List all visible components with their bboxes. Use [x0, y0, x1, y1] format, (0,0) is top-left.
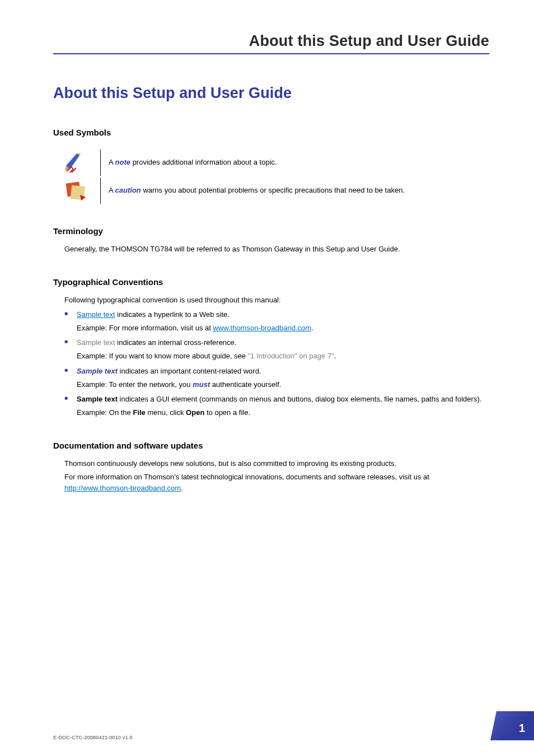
sample-xref: Sample text — [77, 338, 115, 347]
updates-p1: Thomson continuously develops new soluti… — [64, 458, 489, 469]
page-number: 1 — [490, 711, 534, 740]
heading-terminology: Terminology — [53, 226, 489, 236]
heading-used-symbols: Used Symbols — [53, 128, 489, 137]
note-text: A note provides additional information a… — [109, 150, 277, 176]
text: . — [181, 484, 183, 492]
sample-gui: Sample text — [77, 395, 118, 403]
typo-intro: Following typographical convention is us… — [64, 295, 489, 306]
text: authenticate yourself. — [210, 380, 281, 389]
text: menu, click — [146, 408, 186, 417]
external-link[interactable]: www.thomson-broadband.com — [213, 324, 311, 332]
text: indicates a GUI element (commands on men… — [118, 395, 481, 403]
divider — [100, 178, 101, 204]
text: . — [334, 352, 336, 360]
external-link[interactable]: http://www.thomson-broadband.com — [64, 484, 181, 492]
typo-list: Sample text indicates a hyperlink to a W… — [64, 309, 489, 418]
caution-text: A caution warns you about potential prob… — [109, 178, 405, 204]
section-updates: Documentation and software updates Thoms… — [53, 441, 489, 494]
cross-reference-link[interactable]: "1 Introduction" on page 7" — [248, 352, 334, 360]
text: A — [109, 186, 115, 194]
divider — [100, 150, 101, 176]
text: indicates an important content-related w… — [118, 367, 261, 375]
sample-important: Sample text — [77, 367, 118, 375]
running-header: About this Setup and User Guide — [53, 32, 489, 54]
text: A — [109, 158, 115, 166]
heading-updates: Documentation and software updates — [53, 441, 489, 450]
section-used-symbols: Used Symbols A note provides additional … — [53, 128, 489, 204]
caution-callout: A caution warns you about potential prob… — [63, 178, 489, 204]
note-icon — [63, 150, 88, 175]
section-typographical: Typographical Conventions Following typo… — [53, 277, 489, 418]
text: to open a file. — [204, 408, 250, 417]
list-item: Sample text indicates an internal cross-… — [64, 337, 489, 362]
note-callout: A note provides additional information a… — [63, 150, 489, 176]
page-footer: E-DOC-CTC-20080421-0010 v1.0 1 — [53, 711, 534, 740]
text: Example: If you want to know more about … — [77, 352, 248, 360]
gui-element: File — [133, 408, 145, 417]
text: Example: To enter the network, you — [77, 380, 193, 389]
gui-element: Open — [186, 408, 204, 417]
text: For more information on Thomson's latest… — [64, 473, 429, 481]
sample-hyperlink[interactable]: Sample text — [77, 310, 115, 319]
list-item: Sample text indicates a GUI element (com… — [64, 394, 489, 418]
terminology-text: Generally, the THOMSON TG784 will be ref… — [64, 244, 489, 255]
text: warns you about potential problems or sp… — [141, 186, 405, 194]
text: provides additional information about a … — [130, 158, 277, 166]
section-terminology: Terminology Generally, the THOMSON TG784… — [53, 226, 489, 255]
caution-keyword: caution — [115, 186, 141, 194]
page-title: About this Setup and User Guide — [53, 85, 489, 102]
list-item: Sample text indicates a hyperlink to a W… — [64, 309, 489, 334]
text: . — [311, 324, 313, 332]
updates-p2: For more information on Thomson's latest… — [64, 472, 489, 494]
heading-typographical: Typographical Conventions — [53, 277, 489, 287]
caution-icon — [63, 178, 88, 203]
text: Example: For more information, visit us … — [77, 324, 213, 332]
text: indicates an internal cross-reference. — [115, 338, 237, 347]
doc-id: E-DOC-CTC-20080421-0010 v1.0 — [53, 735, 133, 740]
list-item: Sample text indicates an important conte… — [64, 366, 489, 390]
text: indicates a hyperlink to a Web site. — [115, 310, 229, 319]
important-word: must — [193, 380, 210, 389]
svg-marker-0 — [66, 153, 79, 169]
text: Example: On the — [77, 408, 133, 417]
note-keyword: note — [115, 158, 130, 166]
